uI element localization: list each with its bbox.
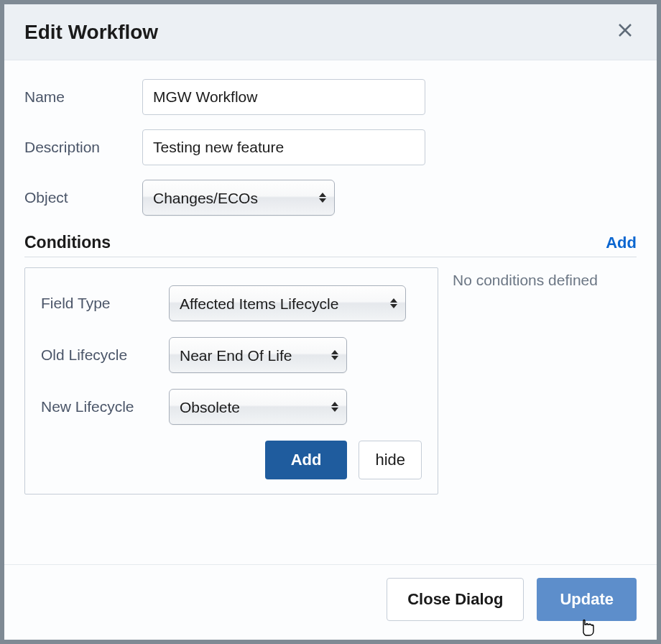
- name-label: Name: [24, 88, 142, 106]
- field-type-label: Field Type: [41, 295, 169, 312]
- object-select-wrap: Changes/ECOs: [142, 180, 335, 216]
- conditions-body: Field Type Affected Items Lifecycle Old …: [24, 267, 637, 494]
- dialog-header: Edit Workflow: [4, 4, 657, 60]
- update-button[interactable]: Update: [537, 578, 637, 621]
- dialog-footer: Close Dialog Update: [4, 564, 657, 640]
- description-label: Description: [24, 139, 142, 156]
- field-type-select-wrap: Affected Items Lifecycle: [169, 285, 406, 321]
- panel-hide-button[interactable]: hide: [359, 441, 422, 479]
- new-lifecycle-select[interactable]: Obsolete: [169, 389, 347, 425]
- condition-panel: Field Type Affected Items Lifecycle Old …: [24, 267, 438, 494]
- field-type-select[interactable]: Affected Items Lifecycle: [169, 285, 406, 321]
- old-lifecycle-select-wrap: Near End Of Life: [169, 337, 347, 373]
- new-lifecycle-row: New Lifecycle Obsolete: [41, 389, 422, 425]
- add-condition-link[interactable]: Add: [606, 234, 637, 252]
- conditions-title: Conditions: [24, 233, 111, 252]
- new-lifecycle-select-wrap: Obsolete: [169, 389, 347, 425]
- panel-actions: Add hide: [256, 441, 422, 479]
- dialog-body: Name Description Object Changes/ECOs Con…: [4, 60, 657, 564]
- conditions-header: Conditions Add: [24, 233, 637, 257]
- panel-add-button[interactable]: Add: [265, 441, 348, 479]
- object-select[interactable]: Changes/ECOs: [142, 180, 335, 216]
- field-type-row: Field Type Affected Items Lifecycle: [41, 285, 422, 321]
- description-row: Description: [24, 129, 637, 165]
- new-lifecycle-label: New Lifecycle: [41, 398, 169, 415]
- dialog-title: Edit Workflow: [24, 21, 158, 44]
- close-icon[interactable]: [614, 19, 637, 45]
- name-row: Name: [24, 79, 637, 115]
- description-input[interactable]: [142, 129, 425, 165]
- close-dialog-button[interactable]: Close Dialog: [387, 578, 524, 621]
- object-label: Object: [24, 189, 142, 206]
- old-lifecycle-label: Old Lifecycle: [41, 346, 169, 364]
- old-lifecycle-select[interactable]: Near End Of Life: [169, 337, 347, 373]
- object-row: Object Changes/ECOs: [24, 180, 637, 216]
- pointer-cursor-icon: [578, 615, 596, 637]
- conditions-empty-text: No conditions defined: [453, 267, 598, 494]
- old-lifecycle-row: Old Lifecycle Near End Of Life: [41, 337, 422, 373]
- update-button-label: Update: [560, 590, 614, 608]
- name-input[interactable]: [142, 79, 425, 115]
- edit-workflow-dialog: Edit Workflow Name Description Object Ch…: [4, 4, 657, 640]
